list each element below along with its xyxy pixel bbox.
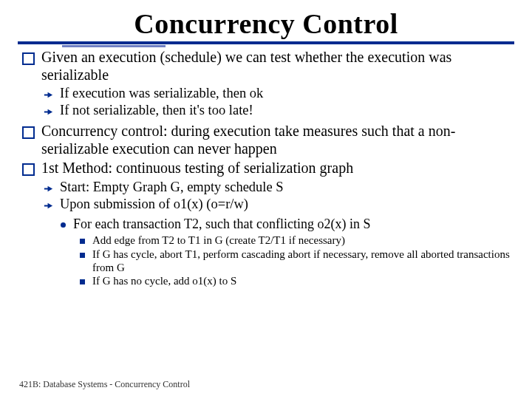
bullet-text: For each transaction T2, such that confl… [73, 216, 371, 232]
bullet-text: If G has cycle, abort T1, perform cascad… [92, 248, 514, 275]
bullet-text: If G has no cycle, add o1(x) to S [92, 274, 236, 287]
list-item: 1st Method: continuous testing of serial… [22, 160, 514, 177]
square-bullet-icon [22, 126, 35, 139]
bullet-list: Concurrency control: during execution ta… [22, 123, 514, 177]
list-item: For each transaction T2, such that confl… [61, 216, 514, 232]
list-item: Given an execution (schedule) we can tes… [22, 49, 514, 83]
bullet-text: Given an execution (schedule) we can tes… [41, 49, 514, 83]
hand-icon [43, 89, 54, 103]
title-rule [18, 41, 514, 44]
square-bullet-icon [22, 52, 35, 65]
list-item: If execution was serializable, then ok [43, 86, 514, 103]
bullet-text: If execution was serializable, then ok [60, 86, 263, 101]
dot-bullet-icon [61, 222, 66, 228]
sub-sub-sub-list: Add edge from T2 to T1 in G (create T2/T… [80, 233, 514, 287]
sub-list: Start: Empty Graph G, empty schedule S U… [43, 180, 514, 214]
sub-sub-list: For each transaction T2, such that confl… [61, 216, 514, 232]
list-item: Start: Empty Graph G, empty schedule S [43, 180, 514, 197]
hand-icon [43, 183, 54, 197]
diamond-bullet-icon [80, 253, 85, 258]
slide: Concurrency Control Given an execution (… [0, 0, 532, 399]
bullet-text: Concurrency control: during execution ta… [41, 123, 514, 157]
sub-list: If execution was serializable, then ok I… [43, 86, 514, 120]
bullet-text: Add edge from T2 to T1 in G (create T2/T… [92, 233, 345, 247]
list-item: If G has cycle, abort T1, perform cascad… [80, 248, 514, 275]
square-bullet-icon [22, 163, 35, 176]
diamond-bullet-icon [80, 279, 85, 284]
bullet-text: 1st Method: continuous testing of serial… [41, 160, 353, 177]
hand-icon [43, 200, 54, 214]
list-item: Add edge from T2 to T1 in G (create T2/T… [80, 233, 514, 247]
hand-icon [43, 106, 54, 120]
bullet-text: Upon submission of o1(x) (o=r/w) [60, 197, 248, 212]
diamond-bullet-icon [80, 239, 85, 244]
bullet-text: Start: Empty Graph G, empty schedule S [60, 180, 284, 195]
bullet-list: Given an execution (schedule) we can tes… [22, 49, 514, 83]
list-item: Upon submission of o1(x) (o=r/w) [43, 197, 514, 214]
list-item: If not serializable, then it's too late! [43, 103, 514, 120]
list-item: If G has no cycle, add o1(x) to S [80, 274, 514, 287]
slide-footer: 421B: Database Systems - Concurrency Con… [19, 379, 190, 390]
bullet-text: If not serializable, then it's too late! [60, 103, 253, 118]
list-item: Concurrency control: during execution ta… [22, 123, 514, 157]
slide-title: Concurrency Control [18, 7, 514, 40]
